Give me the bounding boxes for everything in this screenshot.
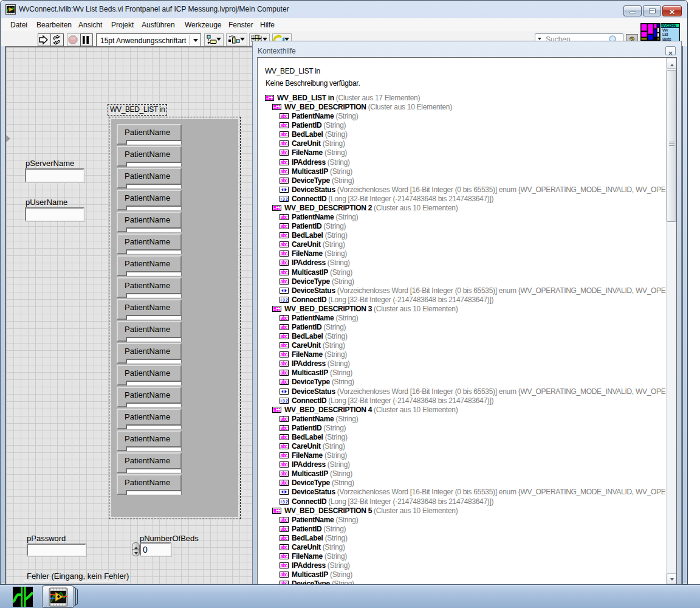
menu-bearbeiten[interactable]: Bearbeiten xyxy=(36,19,72,30)
string-icon: abc xyxy=(280,525,289,534)
bed-item-0: PatientName xyxy=(117,124,182,145)
patient-name-label: PatientName xyxy=(125,128,170,137)
patient-name-label: PatientName xyxy=(125,150,170,159)
tree-field-1-6: abcMulticastIP (String) xyxy=(280,268,352,277)
tree-field-4-5: abcIPAddress (String) xyxy=(280,561,350,570)
tree-field-4-2: abcBedLabel (String) xyxy=(280,534,348,543)
bed-item-7: PatientName xyxy=(117,277,182,298)
string-icon: abc xyxy=(280,378,289,387)
patient-name-label: PatientName xyxy=(125,171,170,181)
scroll-up-button[interactable] xyxy=(667,58,677,69)
bed-item-11: PatientName xyxy=(117,365,182,385)
menu-projekt[interactable]: Projekt xyxy=(111,19,134,30)
patient-name-field[interactable] xyxy=(126,446,181,451)
string-icon: abc xyxy=(280,342,289,351)
pause-button[interactable] xyxy=(80,33,93,46)
tree-field-2-0: abcPatientName (String) xyxy=(280,314,358,323)
patient-name-field[interactable] xyxy=(126,162,181,167)
patient-name-field[interactable] xyxy=(126,184,181,188)
tree-group-3: WV_BED_DESCRIPTION 4 (Cluster aus 10 Ele… xyxy=(272,406,458,415)
svg-text:abc: abc xyxy=(281,517,288,523)
font-selector[interactable]: 15pt Anwendungsschriftart xyxy=(96,33,201,47)
menu-ansicht[interactable]: Ansicht xyxy=(78,19,102,30)
align-objects-button[interactable] xyxy=(204,33,224,46)
string-icon: abc xyxy=(280,580,289,584)
panel-origin-marker xyxy=(6,135,10,142)
scroll-down-icon xyxy=(670,578,674,582)
taskbar-active-window-button[interactable] xyxy=(42,586,74,608)
patient-name-field[interactable] xyxy=(126,490,181,495)
context-help-close-button[interactable]: ✕ xyxy=(665,46,676,55)
bed-list-cluster[interactable]: PatientNamePatientNamePatientNamePatient… xyxy=(109,117,241,519)
close-icon: ✕ xyxy=(669,8,675,16)
patient-name-field[interactable] xyxy=(126,140,181,145)
menu-werkzeuge[interactable]: Werkzeuge xyxy=(185,19,221,30)
svg-text:abc: abc xyxy=(281,223,288,229)
patient-name-label: PatientName xyxy=(125,347,170,356)
patient-name-field[interactable] xyxy=(126,249,181,254)
number-of-beds-spinner[interactable] xyxy=(132,542,140,556)
i32-icon: I32 xyxy=(280,498,289,507)
svg-text:abc: abc xyxy=(281,471,288,477)
maximize-button[interactable] xyxy=(643,5,661,16)
close-button[interactable]: ✕ xyxy=(662,5,682,16)
title-bar[interactable]: WvConnect.lvlib:Wv List Beds.vi Frontpan… xyxy=(0,0,688,18)
svg-text:abc: abc xyxy=(281,150,288,156)
patient-name-field[interactable] xyxy=(126,468,181,473)
string-icon: abc xyxy=(280,323,289,333)
context-help-scrollbar[interactable] xyxy=(666,58,676,584)
user-name-field[interactable] xyxy=(25,207,84,221)
string-icon: abc xyxy=(280,351,289,360)
patient-name-field[interactable] xyxy=(126,359,181,364)
tree-group-4: WV_BED_DESCRIPTION 5 (Cluster aus 10 Ele… xyxy=(272,506,458,516)
vi-icon-line2: List xyxy=(661,32,679,36)
patient-name-field[interactable] xyxy=(126,227,181,232)
menu-datei[interactable]: Datei xyxy=(10,19,27,30)
enum-icon xyxy=(280,388,289,397)
distribute-objects-button[interactable] xyxy=(226,33,247,46)
taskbar-labview-icon[interactable] xyxy=(13,587,33,608)
menu-hilfe[interactable]: Hilfe xyxy=(260,19,275,30)
tree-group-1: WV_BED_DESCRIPTION 2 (Cluster aus 10 Ele… xyxy=(272,204,458,213)
svg-text:abc: abc xyxy=(281,333,288,339)
run-icon xyxy=(38,35,50,47)
cluster-icon xyxy=(265,94,274,103)
minimize-button[interactable] xyxy=(623,5,642,16)
number-of-beds-field[interactable]: 0 xyxy=(140,542,171,556)
patient-name-label: PatientName xyxy=(125,434,170,443)
increment-button[interactable] xyxy=(132,543,139,550)
patient-name-field[interactable] xyxy=(126,315,181,320)
run-button[interactable] xyxy=(38,33,50,46)
scroll-down-button[interactable] xyxy=(667,573,677,584)
run-continuously-button[interactable] xyxy=(50,33,64,46)
tree-group-0: WV_BED_DESCRIPTION (Cluster aus 10 Eleme… xyxy=(272,103,452,112)
string-icon: abc xyxy=(280,369,289,378)
taskbar xyxy=(0,584,700,608)
patient-name-field[interactable] xyxy=(126,293,181,298)
string-icon: abc xyxy=(280,461,289,470)
scrollbar-thumb[interactable] xyxy=(667,70,676,222)
bed-list-cluster-label[interactable]: WV_BED_LIST in xyxy=(108,104,167,116)
svg-text:abc: abc xyxy=(281,379,288,385)
vi-icon[interactable]: WVCONN Wv List Beds xyxy=(661,23,680,43)
abort-button[interactable] xyxy=(67,33,80,46)
svg-text:abc: abc xyxy=(281,434,288,440)
patient-name-field[interactable] xyxy=(126,271,181,276)
server-name-field[interactable] xyxy=(25,168,84,182)
patient-name-field[interactable] xyxy=(126,206,181,210)
svg-text:abc: abc xyxy=(281,452,288,458)
user-name-label: pUserName xyxy=(26,198,67,207)
string-icon: abc xyxy=(280,241,289,250)
patient-name-field[interactable] xyxy=(126,337,181,342)
patient-name-field[interactable] xyxy=(126,424,181,429)
menu-fenster[interactable]: Fenster xyxy=(228,19,253,30)
patient-name-field[interactable] xyxy=(126,402,181,407)
error-in-label: Fehler (Eingang, kein Fehler) xyxy=(27,572,129,581)
password-field[interactable] xyxy=(27,544,86,556)
patient-name-field[interactable] xyxy=(126,381,181,385)
svg-text:abc: abc xyxy=(281,113,288,119)
string-icon: abc xyxy=(280,213,289,223)
menu-ausfhren[interactable]: Ausführen xyxy=(142,19,175,30)
decrement-button[interactable] xyxy=(132,550,139,556)
svg-text:abc: abc xyxy=(281,250,288,257)
